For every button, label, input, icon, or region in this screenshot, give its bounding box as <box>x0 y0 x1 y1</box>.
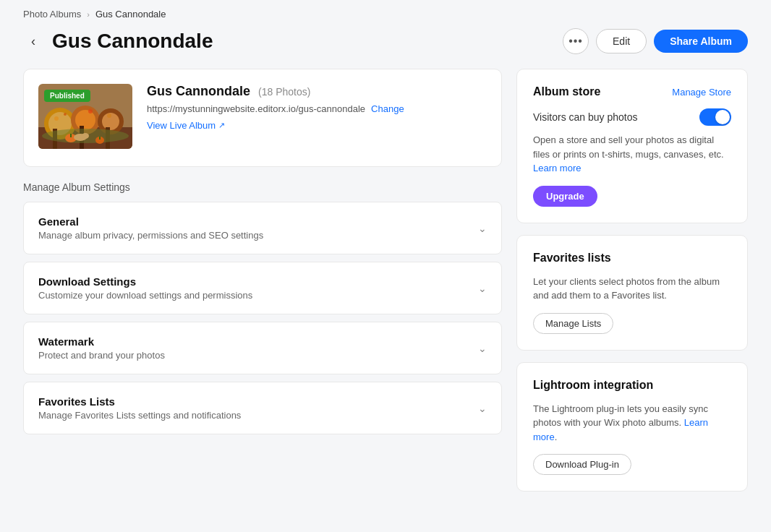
album-name: Gus Cannondale (18 Photos) <box>147 84 487 99</box>
svg-rect-14 <box>70 134 72 137</box>
lightroom-title: Lightroom integration <box>533 379 653 392</box>
album-info: Gus Cannondale (18 Photos) https://mystu… <box>147 84 487 131</box>
accordion-watermark-content: Watermark Protect and brand your photos <box>38 335 165 361</box>
album-url: https://mystunningwebsite.editorx.io/gus… <box>147 103 365 114</box>
toggle-row: Visitors can buy photos <box>533 108 731 126</box>
manage-settings-label: Manage Album Settings <box>23 181 502 193</box>
accordion-general-chevron-icon: ⌄ <box>478 223 487 234</box>
share-album-button[interactable]: Share Album <box>654 30 748 53</box>
breadcrumb-chevron-icon: › <box>87 10 90 19</box>
lightroom-desc: The Lightroom plug-in lets you easily sy… <box>533 402 731 445</box>
svg-point-21 <box>107 113 111 118</box>
album-card: Published Gus Cannondale (18 Photos) htt… <box>23 69 502 167</box>
svg-point-20 <box>88 109 93 113</box>
accordion-favorites-header[interactable]: Favorites Lists Manage Favorites Lists s… <box>24 382 501 434</box>
header-left: ‹ Gus Cannondale <box>23 30 213 53</box>
accordion-favorites-title: Favorites Lists <box>38 395 241 408</box>
accordion-watermark-title: Watermark <box>38 335 165 348</box>
accordion-download-chevron-icon: ⌄ <box>478 283 487 294</box>
accordion-download-title: Download Settings <box>38 275 252 288</box>
album-thumbnail-wrap: Published <box>38 84 132 152</box>
visitors-buy-photos-toggle[interactable] <box>699 108 731 126</box>
accordion-watermark-subtitle: Protect and brand your photos <box>38 350 165 361</box>
favorites-lists-title: Favorites lists <box>533 252 611 265</box>
favorites-lists-desc: Let your clients select photos from the … <box>533 275 731 303</box>
album-store-card: Album store Manage Store Visitors can bu… <box>516 69 748 223</box>
manage-lists-button[interactable]: Manage Lists <box>533 313 613 334</box>
lightroom-card: Lightroom integration The Lightroom plug… <box>516 362 748 492</box>
album-store-header: Album store Manage Store <box>533 85 731 98</box>
right-column: Album store Manage Store Visitors can bu… <box>516 69 748 503</box>
svg-point-5 <box>75 110 95 130</box>
breadcrumb-current: Gus Cannondale <box>95 9 166 20</box>
accordion-general-title: General <box>38 215 263 228</box>
more-options-button[interactable]: ••• <box>563 28 589 54</box>
accordion-favorites-subtitle: Manage Favorites Lists settings and noti… <box>38 410 241 421</box>
accordion-favorites-chevron-icon: ⌄ <box>478 403 487 414</box>
page-header: ‹ Gus Cannondale ••• Edit Share Album <box>0 24 771 69</box>
album-store-desc: Open a store and sell your photos as dig… <box>533 133 731 176</box>
svg-point-17 <box>82 133 89 139</box>
accordion-download: Download Settings Customize your downloa… <box>23 262 502 314</box>
edit-button[interactable]: Edit <box>596 29 647 53</box>
published-badge: Published <box>44 90 90 102</box>
album-url-row: https://mystunningwebsite.editorx.io/gus… <box>147 103 487 114</box>
download-plugin-button[interactable]: Download Plug-in <box>533 454 631 475</box>
external-link-icon: ↗ <box>218 121 225 130</box>
toggle-label: Visitors can buy photos <box>533 111 638 123</box>
accordion-download-header[interactable]: Download Settings Customize your downloa… <box>24 262 501 314</box>
manage-store-link[interactable]: Manage Store <box>672 87 731 98</box>
svg-rect-15 <box>99 137 101 140</box>
accordion-favorites-content: Favorites Lists Manage Favorites Lists s… <box>38 395 241 421</box>
accordion-general: General Manage album privacy, permission… <box>23 202 502 254</box>
change-url-link[interactable]: Change <box>371 103 404 114</box>
view-live-album-link[interactable]: View Live Album ↗ <box>147 120 225 131</box>
accordion-general-header[interactable]: General Manage album privacy, permission… <box>24 202 501 254</box>
header-actions: ••• Edit Share Album <box>563 28 748 54</box>
album-store-learn-more-link[interactable]: Learn more <box>533 163 581 173</box>
accordion-general-content: General Manage album privacy, permission… <box>38 215 263 241</box>
accordion-watermark-header[interactable]: Watermark Protect and brand your photos … <box>24 322 501 374</box>
accordion-general-subtitle: Manage album privacy, permissions and SE… <box>38 230 263 241</box>
svg-point-18 <box>54 116 59 121</box>
album-store-title: Album store <box>533 85 600 98</box>
favorites-lists-card: Favorites lists Let your clients select … <box>516 235 748 351</box>
back-button[interactable]: ‹ <box>23 31 43 51</box>
favorites-lists-header: Favorites lists <box>533 252 731 265</box>
upgrade-button[interactable]: Upgrade <box>533 186 597 207</box>
breadcrumb-parent[interactable]: Photo Albums <box>23 9 81 20</box>
accordion-favorites: Favorites Lists Manage Favorites Lists s… <box>23 382 502 434</box>
lightroom-header: Lightroom integration <box>533 379 731 392</box>
accordion-download-subtitle: Customize your download settings and per… <box>38 290 252 301</box>
page-title: Gus Cannondale <box>52 30 213 53</box>
album-photo-count: (18 Photos) <box>258 86 310 98</box>
main-layout: Published Gus Cannondale (18 Photos) htt… <box>0 69 771 526</box>
toggle-knob <box>715 110 730 124</box>
svg-point-19 <box>64 113 67 116</box>
breadcrumb: Photo Albums › Gus Cannondale <box>0 0 771 24</box>
accordion-watermark: Watermark Protect and brand your photos … <box>23 322 502 374</box>
accordion-download-content: Download Settings Customize your downloa… <box>38 275 252 301</box>
left-column: Published Gus Cannondale (18 Photos) htt… <box>23 69 502 503</box>
accordion-watermark-chevron-icon: ⌄ <box>478 343 487 354</box>
